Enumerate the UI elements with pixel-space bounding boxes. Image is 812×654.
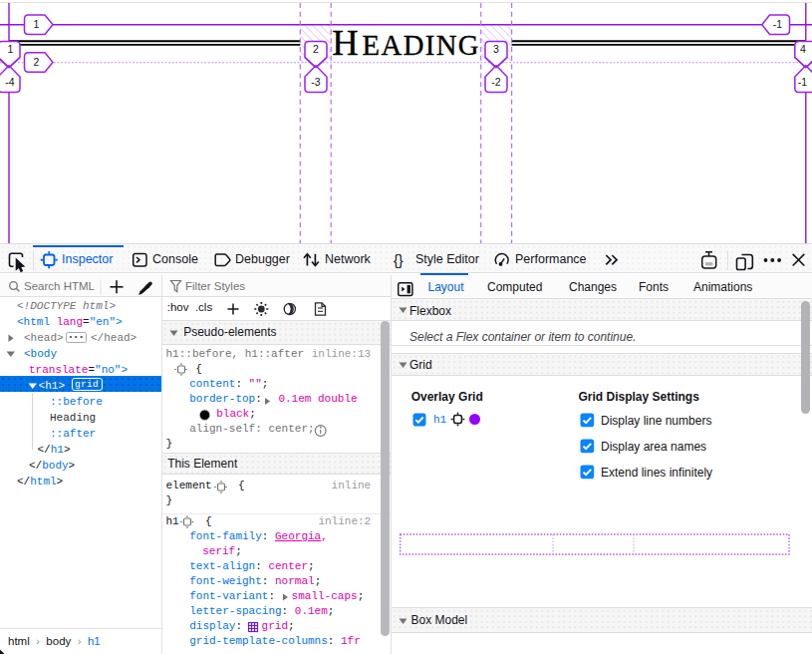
svg-text:-1: -1 — [798, 76, 807, 88]
svg-text:2: 2 — [313, 43, 319, 55]
svg-text:-3: -3 — [311, 76, 320, 88]
svg-text:-2: -2 — [491, 76, 500, 88]
svg-text:2: 2 — [34, 56, 40, 68]
svg-text:4: 4 — [800, 43, 806, 55]
svg-text:3: 3 — [493, 43, 499, 55]
svg-text:{}: {} — [394, 252, 404, 268]
svg-text:-1: -1 — [773, 18, 782, 30]
svg-text:1: 1 — [8, 43, 14, 55]
svg-text:-4: -4 — [5, 76, 14, 88]
svg-text:1: 1 — [34, 18, 40, 30]
